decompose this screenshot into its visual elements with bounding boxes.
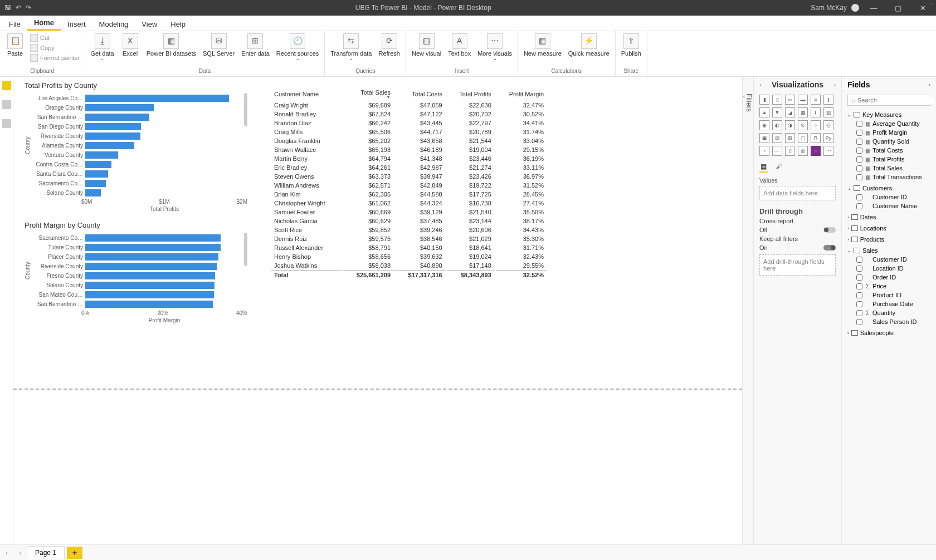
filters-pane-collapsed[interactable]: ‹ Filters bbox=[742, 77, 753, 544]
cut-button[interactable]: Cut bbox=[29, 33, 81, 42]
model-view-icon[interactable] bbox=[2, 119, 11, 128]
viz-type-icon[interactable]: — bbox=[772, 146, 782, 156]
field-checkbox[interactable] bbox=[856, 148, 862, 154]
sql-server-button[interactable]: ⛁SQL Server bbox=[201, 32, 237, 58]
table-row[interactable]: Russell Alexander$58,791$40,150$18,64131… bbox=[271, 244, 547, 252]
field-checkbox[interactable] bbox=[856, 194, 862, 200]
table-row[interactable]: William Andrews$62,571$42,849$19,72231.5… bbox=[271, 181, 547, 189]
field-item[interactable]: ▦Average Quantity bbox=[847, 119, 930, 128]
bar-row[interactable]: San Diego County bbox=[31, 122, 243, 131]
table-row[interactable]: Steven Owens$63,373$39,947$23,42636.97% bbox=[271, 173, 547, 180]
viz-type-icon[interactable]: ◍ bbox=[798, 146, 808, 156]
table-row[interactable]: Henry Bishop$58,656$39,632$19,02432.43% bbox=[271, 253, 547, 261]
viz-type-icon[interactable]: ◎ bbox=[823, 120, 833, 130]
bar-row[interactable]: Los Angeles Co… bbox=[31, 94, 243, 102]
bar-row[interactable]: Santa Clara Cou… bbox=[31, 169, 243, 178]
field-checkbox[interactable] bbox=[856, 283, 862, 289]
bar-row[interactable]: Sacramento Co… bbox=[31, 179, 243, 188]
format-tab-icon[interactable]: 🖌 bbox=[774, 161, 783, 173]
viz-type-icon[interactable]: ○ bbox=[811, 120, 821, 130]
table-row[interactable]: Samuel Fowler$60,669$39,129$21,54035.50% bbox=[271, 208, 547, 216]
new-visual-button[interactable]: ▥New visual bbox=[410, 32, 443, 58]
bar-row[interactable]: Alameda County bbox=[31, 141, 243, 150]
viz-type-icon[interactable]: ⋯ bbox=[823, 146, 833, 156]
bar-row[interactable]: Fresno County bbox=[31, 271, 243, 280]
field-checkbox[interactable] bbox=[856, 139, 862, 145]
fields-format-tab-icon[interactable]: ▦ bbox=[759, 161, 768, 173]
undo-icon[interactable]: ↶ bbox=[16, 4, 21, 12]
bar-row[interactable]: Contra Costa Co… bbox=[31, 160, 243, 169]
viz-type-icon[interactable]: ▭ bbox=[785, 95, 795, 105]
column-header[interactable]: Total Profits bbox=[447, 88, 495, 100]
table-row[interactable]: Eric Bradley$64,261$42,987$21,27433.11% bbox=[271, 164, 547, 171]
viz-type-icon[interactable]: ▮ bbox=[759, 95, 769, 105]
recent-sources-button[interactable]: 🕘Recent sources⌄ bbox=[274, 32, 321, 63]
viz-type-icon[interactable]: ◉ bbox=[759, 120, 769, 130]
fields-search[interactable]: ⌕ bbox=[847, 95, 930, 106]
paste-button[interactable]: 📋Paste bbox=[3, 32, 27, 58]
column-header[interactable]: Customer Name bbox=[271, 88, 342, 100]
viz-type-icon[interactable]: Py bbox=[823, 133, 833, 143]
maximize-button[interactable]: ▢ bbox=[888, 4, 908, 12]
bar-row[interactable]: Placer County bbox=[31, 252, 243, 261]
excel-button[interactable]: XExcel bbox=[119, 32, 142, 58]
viz-type-icon[interactable]: ⊞ bbox=[785, 133, 795, 143]
viz-type-icon[interactable]: ◢ bbox=[785, 107, 795, 117]
bar-row[interactable]: Riverside County bbox=[31, 262, 243, 271]
chart1-scrollbar[interactable] bbox=[244, 93, 247, 126]
viz-type-icon[interactable]: R bbox=[811, 133, 821, 143]
table-row[interactable]: Craig Mills$65,506$44,717$20,78931.74% bbox=[271, 128, 547, 136]
report-view-icon[interactable] bbox=[2, 81, 11, 90]
field-checkbox[interactable] bbox=[856, 292, 862, 298]
field-item[interactable]: ΣQuantity bbox=[847, 308, 930, 317]
viz-type-icon[interactable]: ▲ bbox=[759, 107, 769, 117]
page-tab-1[interactable]: Page 1 bbox=[27, 546, 65, 559]
field-item[interactable]: Customer ID bbox=[847, 255, 930, 264]
table-row[interactable]: Ronald Bradley$67,824$47,122$20,70230.52… bbox=[271, 110, 547, 118]
viz-type-icon[interactable]: ▦ bbox=[798, 107, 808, 117]
field-item[interactable]: Sales Person ID bbox=[847, 317, 930, 326]
values-well[interactable]: Add data fields here bbox=[759, 186, 836, 200]
new-measure-button[interactable]: ▦New measure bbox=[521, 32, 564, 58]
chart-total-profits-by-county[interactable]: Total Profits by County County Los Angel… bbox=[25, 81, 247, 212]
table-header-key-measures[interactable]: ⌄Key Measures bbox=[847, 110, 930, 119]
collapse-ribbon-icon[interactable]: ^ bbox=[930, 2, 933, 8]
field-item[interactable]: ▦Total Profits bbox=[847, 155, 930, 164]
table-row[interactable]: Joshua Watkins$58,038$40,890$17,14829.55… bbox=[271, 262, 547, 269]
bar-row[interactable]: Orange County bbox=[31, 103, 243, 112]
chart2-scrollbar[interactable] bbox=[244, 233, 247, 266]
bar-row[interactable]: Tulare County bbox=[31, 243, 243, 252]
data-view-icon[interactable] bbox=[2, 100, 11, 109]
viz-type-icon[interactable]: ▥ bbox=[823, 107, 833, 117]
field-checkbox[interactable] bbox=[856, 319, 862, 325]
tab-file[interactable]: File bbox=[2, 18, 27, 31]
table-row[interactable]: Craig Wright$69,689$47,059$22,63032.47% bbox=[271, 101, 547, 109]
save-icon[interactable]: 🖫 bbox=[4, 4, 11, 12]
viz-type-icon[interactable]: ▯ bbox=[772, 95, 782, 105]
column-header[interactable]: Total Costs bbox=[395, 88, 446, 100]
customer-table[interactable]: Customer NameTotal Sales▼Total CostsTota… bbox=[270, 87, 548, 280]
table-row[interactable]: Shawn Wallace$65,193$46,189$19,00429.15% bbox=[271, 146, 547, 154]
table-row[interactable]: Brian Kim$62,305$44,580$17,72528.45% bbox=[271, 190, 547, 198]
viz-type-icon[interactable]: ▢ bbox=[798, 133, 808, 143]
search-input[interactable] bbox=[857, 97, 934, 104]
table-row[interactable]: Martin Berry$64,794$41,348$23,44636.19% bbox=[271, 155, 547, 163]
bar-row[interactable]: San Bernardino … bbox=[31, 112, 243, 121]
field-item[interactable]: Customer Name bbox=[847, 202, 930, 210]
drill-well[interactable]: Add drill-through fields here bbox=[759, 254, 836, 276]
table-header-dates[interactable]: ›Dates bbox=[847, 213, 930, 222]
field-item[interactable]: Product ID bbox=[847, 291, 930, 299]
tab-modeling[interactable]: Modeling bbox=[92, 18, 135, 31]
field-item[interactable]: Customer ID bbox=[847, 193, 930, 202]
table-header-salespeople[interactable]: ›Salespeople bbox=[847, 328, 930, 337]
table-header-sales[interactable]: ⌄Sales bbox=[847, 246, 930, 255]
transform-data-button[interactable]: ⇆Transform data⌄ bbox=[328, 32, 374, 63]
bar-row[interactable]: San Bernardino … bbox=[31, 299, 243, 308]
cross-report-toggle[interactable] bbox=[823, 227, 836, 233]
table-header-products[interactable]: ›Products bbox=[847, 235, 930, 244]
table-row[interactable]: Nicholas Garcia$60,629$37,485$23,14438.1… bbox=[271, 217, 547, 225]
field-checkbox[interactable] bbox=[856, 130, 862, 136]
viz-type-icon[interactable]: ⊙ bbox=[798, 120, 808, 130]
viz-type-icon[interactable]: ▫ bbox=[759, 146, 769, 156]
more-visuals-button[interactable]: ⋯More visuals⌄ bbox=[475, 32, 514, 63]
